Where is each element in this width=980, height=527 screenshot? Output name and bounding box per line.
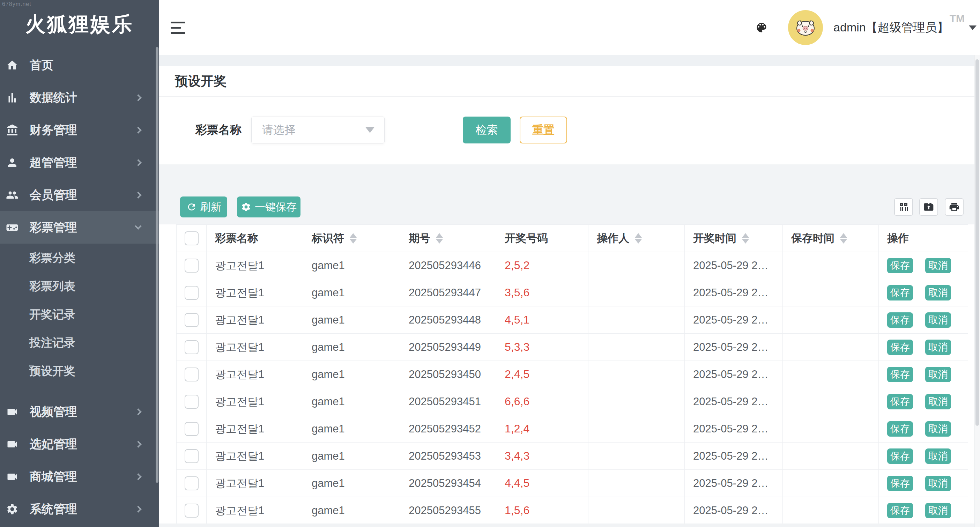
cancel-row-button[interactable]: 取消 (925, 394, 951, 409)
select-all-checkbox[interactable] (185, 231, 199, 245)
sidebar-subitem-lottery-list[interactable]: 彩票列表 (0, 272, 159, 300)
save-row-button[interactable]: 保存 (887, 394, 913, 409)
table-toolbar: 刷新 一键保存 (159, 164, 980, 224)
sidebar-item-label: 视频管理 (30, 404, 77, 420)
sidebar-item-system[interactable]: 系统管理 (0, 493, 159, 525)
save-row-button[interactable]: 保存 (887, 421, 913, 436)
table-row: 광고전달1 game1 202505293453 3,4,3 2025-05-2… (177, 443, 968, 470)
cell-operator (589, 415, 685, 443)
export-button[interactable] (919, 198, 938, 216)
page-title-row: 预设开奖 (159, 66, 980, 97)
sort-icon[interactable] (635, 233, 642, 244)
sidebar-item-mall[interactable]: 商城管理 (0, 460, 159, 493)
sidebar-item-video[interactable]: 视频管理 (0, 395, 159, 428)
save-row-button[interactable]: 保存 (887, 258, 913, 273)
palette-icon[interactable] (755, 21, 768, 34)
row-checkbox[interactable] (185, 504, 199, 517)
sidebar-item-finance[interactable]: 财务管理 (0, 114, 159, 146)
lottery-name-select[interactable]: 请选择 (251, 116, 385, 143)
reset-button[interactable]: 重置 (520, 116, 567, 143)
sidebar-item-lottery[interactable]: 彩票管理 (0, 211, 159, 244)
sidebar-item-members[interactable]: 会员管理 (0, 179, 159, 211)
refresh-button[interactable]: 刷新 (180, 196, 227, 217)
sort-icon[interactable] (840, 233, 847, 244)
print-button[interactable] (945, 198, 964, 216)
row-checkbox[interactable] (185, 449, 199, 463)
cancel-row-button[interactable]: 取消 (925, 449, 951, 464)
sort-icon[interactable] (350, 233, 357, 244)
avatar[interactable] (788, 10, 823, 45)
save-row-button[interactable]: 保存 (887, 367, 913, 382)
sort-icon[interactable] (742, 233, 749, 244)
table-header-row: 彩票名称 标识符 期号 开奖号码 操作人 开奖时间 保存时间 操作 (177, 225, 968, 252)
cell-save-time (783, 388, 879, 415)
row-checkbox[interactable] (185, 395, 199, 409)
gear-icon (241, 202, 251, 212)
save-row-button[interactable]: 保存 (887, 339, 913, 355)
cell-operator (589, 334, 685, 361)
row-checkbox[interactable] (185, 286, 199, 300)
cell-lottery-name: 광고전달1 (207, 361, 303, 388)
chevron-right-icon (135, 94, 142, 101)
row-checkbox[interactable] (185, 259, 199, 272)
cell-draw-time: 2025-05-29 2… (685, 443, 783, 470)
search-button[interactable]: 检索 (463, 116, 511, 143)
cell-draw-time: 2025-05-29 2… (685, 415, 783, 443)
save-row-button[interactable]: 保存 (887, 476, 913, 491)
cell-issue: 202505293450 (400, 361, 496, 388)
sidebar-item-home[interactable]: 首页 (0, 49, 159, 81)
cell-draw-numbers: 1,2,4 (496, 415, 589, 443)
cell-lottery-name: 광고전달1 (207, 279, 303, 306)
cancel-row-button[interactable]: 取消 (925, 421, 951, 436)
cell-save-time (783, 334, 879, 361)
preset-draw-table: 彩票名称 标识符 期号 开奖号码 操作人 开奖时间 保存时间 操作 광고전달1 … (176, 224, 968, 524)
cancel-row-button[interactable]: 取消 (925, 503, 951, 518)
row-checkbox[interactable] (185, 340, 199, 354)
bank-icon (6, 124, 19, 137)
save-row-button[interactable]: 保存 (887, 503, 913, 518)
cancel-row-button[interactable]: 取消 (925, 339, 951, 355)
sidebar-subitem-preset-draw[interactable]: 预设开奖 (0, 357, 159, 385)
row-checkbox[interactable] (185, 422, 199, 436)
video-camera-icon (6, 438, 19, 451)
cancel-row-button[interactable]: 取消 (925, 258, 951, 273)
sidebar-subitem-draw-records[interactable]: 开奖记录 (0, 300, 159, 328)
sidebar-item-superadmin[interactable]: 超管管理 (0, 146, 159, 179)
save-all-button[interactable]: 一键保存 (237, 196, 301, 217)
cancel-row-button[interactable]: 取消 (925, 285, 951, 301)
cell-issue: 202505293447 (400, 279, 496, 306)
sidebar-item-concubine[interactable]: 选妃管理 (0, 428, 159, 460)
user-icon (6, 156, 19, 169)
export-icon (923, 201, 934, 213)
cell-draw-time: 2025-05-29 2… (685, 497, 783, 524)
save-row-button[interactable]: 保存 (887, 312, 913, 328)
caret-down-icon[interactable] (969, 25, 977, 30)
save-row-button[interactable]: 保存 (887, 449, 913, 464)
cell-identifier: game1 (303, 252, 400, 279)
select-placeholder: 请选择 (262, 123, 296, 138)
bar-chart-icon (6, 91, 19, 104)
cell-actions: 保存 取消 (879, 306, 968, 334)
sidebar-scrollbar[interactable] (156, 47, 158, 483)
user-menu[interactable]: admin【超级管理员】 (834, 19, 949, 36)
sort-icon[interactable] (436, 233, 443, 244)
cancel-row-button[interactable]: 取消 (925, 476, 951, 491)
cell-draw-numbers: 1,5,6 (496, 497, 589, 524)
toggle-columns-button[interactable] (894, 198, 913, 216)
sidebar-item-statistics[interactable]: 数据统计 (0, 81, 159, 114)
sidebar-subitem-lottery-category[interactable]: 彩票分类 (0, 244, 159, 272)
col-identifier: 标识符 (303, 225, 400, 252)
cancel-row-button[interactable]: 取消 (925, 312, 951, 328)
col-lottery-name: 彩票名称 (207, 225, 303, 252)
row-checkbox[interactable] (185, 368, 199, 382)
save-row-button[interactable]: 保存 (887, 285, 913, 301)
page-scrollbar[interactable] (974, 55, 980, 527)
menu-toggle-icon[interactable] (171, 22, 185, 34)
page-scrollbar-thumb[interactable] (975, 59, 979, 426)
row-checkbox[interactable] (185, 313, 199, 327)
filter-card: 预设开奖 彩票名称 请选择 检索 重置 (159, 66, 980, 164)
row-checkbox[interactable] (185, 476, 199, 490)
sidebar-subitem-bet-records[interactable]: 投注记录 (0, 328, 159, 357)
col-issue: 期号 (400, 225, 496, 252)
cancel-row-button[interactable]: 取消 (925, 367, 951, 382)
